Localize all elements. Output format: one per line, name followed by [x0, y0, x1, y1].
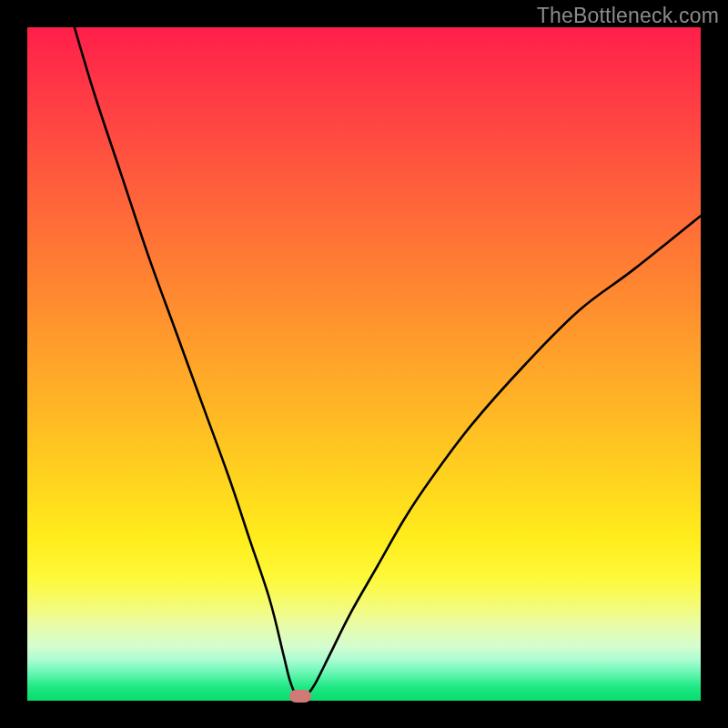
watermark-text: TheBottleneck.com: [537, 4, 719, 28]
chart-gradient-area: [27, 27, 701, 701]
optimum-marker: [289, 690, 311, 703]
chart-frame: TheBottleneck.com: [0, 0, 728, 728]
